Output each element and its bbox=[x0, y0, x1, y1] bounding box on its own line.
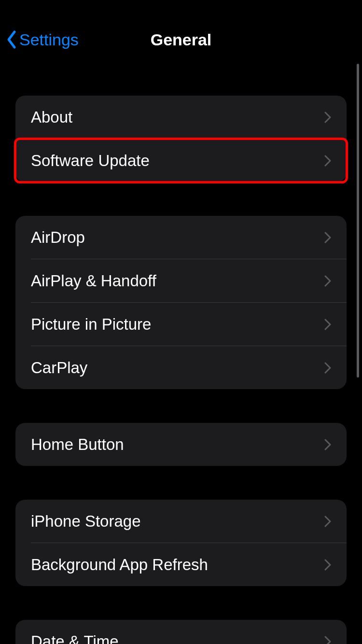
navigation-bar: Settings General bbox=[0, 18, 362, 61]
chevron-right-icon bbox=[324, 362, 331, 374]
row-label: AirDrop bbox=[31, 228, 85, 247]
row-about[interactable]: About bbox=[15, 96, 347, 139]
row-label: About bbox=[31, 108, 72, 126]
back-button-label: Settings bbox=[19, 30, 79, 49]
chevron-right-icon bbox=[324, 155, 331, 167]
scrollbar[interactable] bbox=[357, 64, 359, 378]
row-label: Home Button bbox=[31, 435, 124, 454]
row-airplay-handoff[interactable]: AirPlay & Handoff bbox=[15, 259, 347, 302]
row-label: AirPlay & Handoff bbox=[31, 272, 156, 290]
row-date-time[interactable]: Date & Time bbox=[15, 620, 347, 644]
chevron-left-icon bbox=[6, 30, 17, 49]
row-home-button[interactable]: Home Button bbox=[15, 423, 347, 466]
chevron-right-icon bbox=[324, 636, 331, 644]
chevron-right-icon bbox=[324, 516, 331, 527]
row-label: CarPlay bbox=[31, 359, 87, 377]
row-carplay[interactable]: CarPlay bbox=[15, 346, 347, 389]
row-label: Background App Refresh bbox=[31, 556, 208, 574]
row-software-update[interactable]: Software Update bbox=[15, 139, 347, 182]
settings-group: AirDrop AirPlay & Handoff Picture in Pic… bbox=[15, 216, 347, 389]
back-button[interactable]: Settings bbox=[6, 30, 79, 49]
row-label: Software Update bbox=[31, 152, 150, 170]
chevron-right-icon bbox=[324, 232, 331, 243]
row-airdrop[interactable]: AirDrop bbox=[15, 216, 347, 259]
row-label: Picture in Picture bbox=[31, 315, 151, 334]
chevron-right-icon bbox=[324, 275, 331, 287]
chevron-right-icon bbox=[324, 319, 331, 330]
settings-group: Date & Time bbox=[15, 620, 347, 644]
row-label: iPhone Storage bbox=[31, 512, 141, 531]
chevron-right-icon bbox=[324, 559, 331, 571]
content-area: About Software Update AirDrop AirPlay & … bbox=[0, 96, 362, 644]
settings-group: About Software Update bbox=[15, 96, 347, 182]
row-iphone-storage[interactable]: iPhone Storage bbox=[15, 500, 347, 543]
chevron-right-icon bbox=[324, 439, 331, 450]
row-background-app-refresh[interactable]: Background App Refresh bbox=[15, 543, 347, 586]
row-label: Date & Time bbox=[31, 632, 119, 644]
settings-group: iPhone Storage Background App Refresh bbox=[15, 500, 347, 586]
row-picture-in-picture[interactable]: Picture in Picture bbox=[15, 303, 347, 346]
page-title: General bbox=[151, 30, 212, 49]
chevron-right-icon bbox=[324, 112, 331, 123]
settings-group: Home Button bbox=[15, 423, 347, 466]
